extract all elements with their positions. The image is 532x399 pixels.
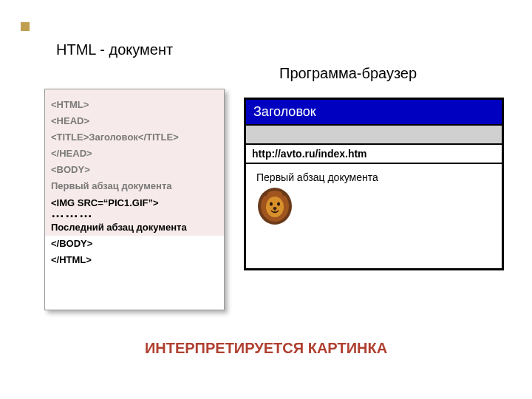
browser-body: Первый абзац документа <box>246 164 502 233</box>
accent-square <box>21 22 30 31</box>
code-line: <BODY> <box>51 162 218 178</box>
browser-window: Заголовок http://avto.ru/index.htm Первы… <box>244 98 504 270</box>
browser-body-text: Первый абзац документа <box>256 171 491 183</box>
svg-point-3 <box>270 202 273 206</box>
code-lines: <HTML> <HEAD> <TITLE>Заголовок</TITLE> <… <box>51 97 218 268</box>
label-html-document: HTML - документ <box>56 41 173 58</box>
code-line: </BODY> <box>51 236 218 252</box>
code-line: </HTML> <box>51 252 218 268</box>
browser-title-bar: Заголовок <box>246 100 502 124</box>
code-text: Заголовок <box>89 132 138 143</box>
bottom-caption: ИНТЕРПРЕТИРУЕТСЯ КАРТИНКА <box>0 340 532 357</box>
code-line: <TITLE>Заголовок</TITLE> <box>51 129 218 146</box>
code-line: Первый абзац документа <box>51 178 218 194</box>
label-browser-program: Программа-браузер <box>279 65 417 82</box>
code-line: </HEAD> <box>51 146 218 162</box>
lion-image-icon <box>256 186 293 226</box>
browser-url-bar: http://avto.ru/index.htm <box>246 145 502 164</box>
code-tag: <TITLE> <box>51 132 89 143</box>
code-panel: <HTML> <HEAD> <TITLE>Заголовок</TITLE> <… <box>44 89 225 310</box>
code-tag: </TITLE> <box>138 132 179 143</box>
code-line: <HTML> <box>51 97 218 113</box>
svg-point-4 <box>277 202 280 206</box>
code-line: Последний абзац документа <box>51 219 218 236</box>
browser-toolbar <box>246 124 502 145</box>
code-line: <HEAD> <box>51 113 218 129</box>
